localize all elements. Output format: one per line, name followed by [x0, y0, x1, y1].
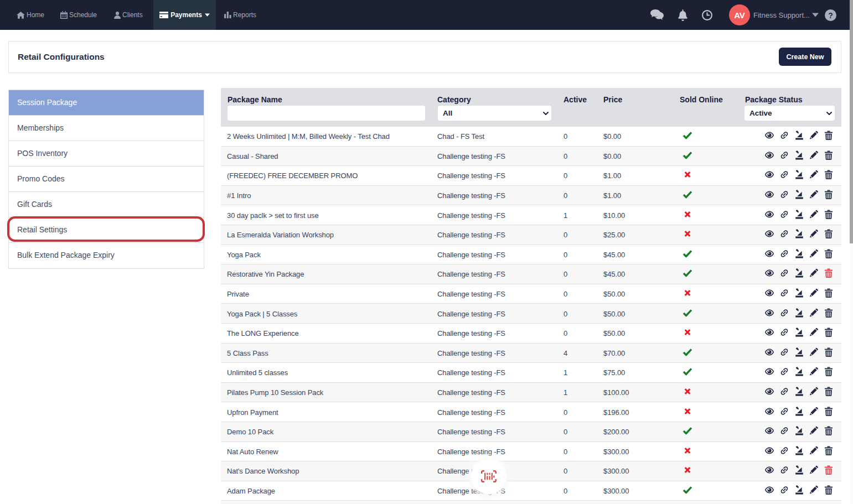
svg-text:?: ?: [828, 11, 833, 19]
